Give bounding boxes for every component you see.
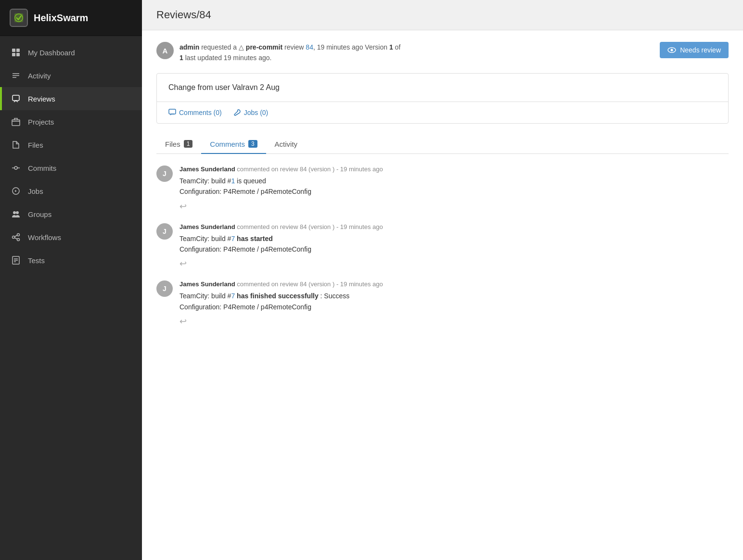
- sidebar-item-tests[interactable]: Tests: [0, 249, 142, 272]
- reply-icon[interactable]: ↩: [179, 317, 187, 326]
- sidebar-item-label: Jobs: [28, 187, 43, 195]
- time-ago: 19 minutes ago: [317, 43, 363, 51]
- dashboard-icon: [11, 47, 21, 58]
- tab-comments-label: Comments: [210, 140, 245, 148]
- build-link[interactable]: 1: [231, 177, 235, 185]
- tab-activity-label: Activity: [275, 140, 298, 148]
- sidebar-item-dashboard[interactable]: My Dashboard: [0, 41, 142, 64]
- page-title: Reviews/84: [156, 9, 729, 21]
- comment-item: J James Sunderland commented on review 8…: [156, 165, 729, 212]
- sidebar-item-label: Files: [28, 141, 43, 149]
- tab-files[interactable]: Files 1: [156, 135, 201, 154]
- review-card: Change from user Valravn 2 Aug Comments …: [156, 73, 729, 124]
- jobs-icon: [11, 186, 21, 196]
- svg-point-11: [14, 166, 17, 169]
- comments-icon: [168, 109, 176, 116]
- tabs: Files 1 Comments 3 Activity: [156, 135, 729, 154]
- svg-rect-4: [12, 53, 15, 56]
- logo-icon: [10, 9, 28, 27]
- status-label: Needs review: [680, 46, 721, 54]
- activity-icon: [11, 70, 21, 81]
- comment-item: J James Sunderland commented on review 8…: [156, 223, 729, 269]
- svg-line-21: [15, 238, 17, 239]
- svg-rect-28: [169, 109, 176, 114]
- comments-link[interactable]: Comments (0): [168, 109, 222, 116]
- comments-link-label: Comments (0): [179, 109, 222, 116]
- review-type: pre-commit: [246, 43, 282, 51]
- tab-comments[interactable]: Comments 3: [201, 135, 266, 154]
- projects-icon: [11, 116, 21, 127]
- svg-rect-3: [16, 49, 20, 52]
- comment-header: James Sunderland commented on review 84 …: [179, 165, 729, 173]
- sidebar-item-label: Groups: [28, 210, 51, 218]
- files-icon: [11, 140, 21, 150]
- svg-rect-9: [13, 95, 19, 101]
- avatar: J: [156, 223, 173, 240]
- action-text: requested a: [201, 43, 237, 51]
- tests-icon: [11, 255, 21, 266]
- sidebar-item-label: Reviews: [28, 95, 55, 103]
- of-num: 1: [179, 54, 183, 62]
- sidebar-item-files[interactable]: Files: [0, 133, 142, 156]
- comment-text: TeamCity: build #7 has started Configura…: [179, 233, 729, 255]
- logo-text: HelixSwarm: [34, 13, 88, 24]
- commits-icon: [11, 163, 21, 173]
- wrench-icon: [233, 109, 241, 116]
- content-area: A admin requested a △ pre-commit review …: [142, 30, 743, 350]
- sidebar-item-groups[interactable]: Groups: [0, 203, 142, 226]
- reply-icon[interactable]: ↩: [179, 259, 187, 268]
- svg-line-20: [15, 235, 17, 237]
- review-info-bar: A admin requested a △ pre-commit review …: [156, 42, 729, 64]
- sidebar-item-label: Projects: [28, 118, 54, 126]
- build-link[interactable]: 7: [231, 292, 235, 300]
- svg-rect-10: [12, 120, 20, 126]
- main-content: Reviews/84 A admin requested a △ pre-com…: [142, 0, 743, 560]
- svg-rect-0: [14, 13, 23, 22]
- sidebar-item-label: My Dashboard: [28, 49, 75, 57]
- review-meta: A admin requested a △ pre-commit review …: [156, 42, 400, 64]
- review-label: review: [284, 43, 304, 51]
- review-description: admin requested a △ pre-commit review 84…: [179, 42, 400, 64]
- comment-text: TeamCity: build #1 is queued Configurati…: [179, 176, 729, 197]
- tab-files-badge: 1: [184, 140, 193, 148]
- sidebar-item-label: Activity: [28, 72, 51, 80]
- avatar: J: [156, 165, 173, 182]
- sidebar-item-label: Commits: [28, 164, 56, 172]
- tab-activity[interactable]: Activity: [266, 135, 307, 154]
- comment-meta: commented on review 84 (version ) - 19 m…: [237, 165, 383, 173]
- comment-body: James Sunderland commented on review 84 …: [179, 223, 729, 269]
- comment-text: TeamCity: build #7 has finished successf…: [179, 291, 729, 312]
- sidebar-item-commits[interactable]: Commits: [0, 156, 142, 179]
- svg-rect-2: [12, 49, 15, 52]
- sidebar-item-label: Tests: [28, 256, 45, 265]
- reviews-icon: [11, 93, 21, 104]
- reply-icon[interactable]: ↩: [179, 202, 187, 211]
- sidebar-item-workflows[interactable]: Workflows: [0, 226, 142, 249]
- sidebar-item-projects[interactable]: Projects: [0, 110, 142, 133]
- comment-author: James Sunderland: [179, 223, 235, 230]
- sidebar-item-jobs[interactable]: Jobs: [0, 179, 142, 203]
- build-link[interactable]: 7: [231, 235, 235, 242]
- jobs-link[interactable]: Jobs (0): [233, 109, 269, 116]
- workflows-icon: [11, 232, 21, 242]
- svg-point-19: [17, 239, 20, 241]
- comment-body: James Sunderland commented on review 84 …: [179, 280, 729, 327]
- version-label: Version: [365, 43, 387, 51]
- review-card-description: Change from user Valravn 2 Aug: [168, 83, 280, 91]
- comment-body: James Sunderland commented on review 84 …: [179, 165, 729, 212]
- last-updated: last updated 19 minutes ago.: [185, 54, 272, 62]
- review-id-link[interactable]: 84: [306, 43, 313, 51]
- sidebar: HelixSwarm My Dashboard: [0, 0, 142, 560]
- sidebar-item-activity[interactable]: Activity: [0, 64, 142, 87]
- comment-author: James Sunderland: [179, 165, 235, 173]
- svg-point-15: [13, 211, 16, 214]
- review-card-footer: Comments (0) Jobs (0): [157, 102, 728, 123]
- svg-point-16: [16, 211, 19, 214]
- version-num: 1: [389, 43, 393, 51]
- groups-icon: [11, 209, 21, 219]
- svg-point-27: [671, 49, 673, 51]
- review-card-body: Change from user Valravn 2 Aug: [157, 74, 728, 102]
- sidebar-item-reviews[interactable]: Reviews: [0, 87, 142, 110]
- avatar: A: [156, 42, 174, 59]
- comments-list: J James Sunderland commented on review 8…: [156, 165, 729, 327]
